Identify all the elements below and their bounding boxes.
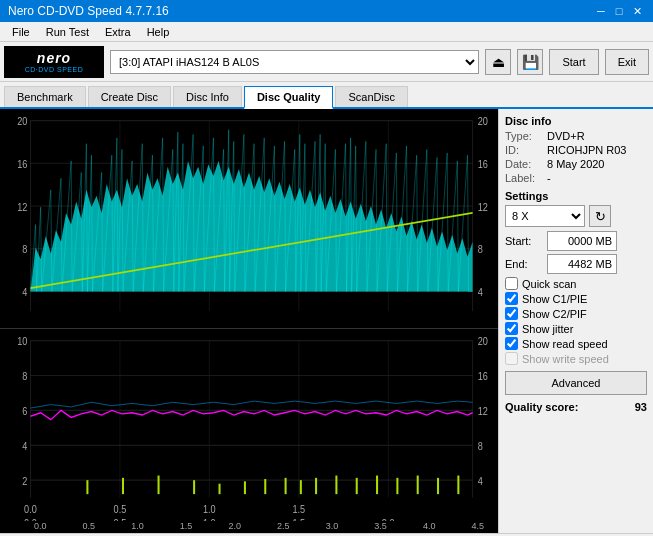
start-button[interactable]: Start	[549, 49, 598, 75]
end-mb-row: End:	[505, 254, 647, 274]
quality-label: Quality score:	[505, 401, 578, 413]
app-logo: nero CD·DVD SPEED	[4, 46, 104, 78]
tab-scandisc[interactable]: ScanDisc	[335, 86, 407, 107]
menu-extra[interactable]: Extra	[97, 24, 139, 40]
exit-button[interactable]: Exit	[605, 49, 649, 75]
type-value: DVD+R	[547, 130, 585, 142]
svg-rect-23	[0, 329, 498, 533]
show-jitter-row: Show jitter	[505, 322, 647, 335]
svg-text:8: 8	[478, 441, 484, 453]
speed-select[interactable]: 8 X	[505, 205, 585, 227]
svg-text:4: 4	[478, 287, 484, 299]
menubar: File Run Test Extra Help	[0, 22, 653, 42]
svg-rect-35	[86, 481, 88, 495]
save-button[interactable]: 💾	[517, 49, 543, 75]
svg-text:2: 2	[22, 476, 27, 488]
show-c1-checkbox[interactable]	[505, 292, 518, 305]
show-read-label: Show read speed	[522, 338, 608, 350]
svg-text:1.0: 1.0	[203, 504, 216, 516]
end-input[interactable]	[547, 254, 617, 274]
x-label-0: 0.0	[34, 521, 47, 531]
svg-rect-47	[376, 476, 378, 495]
show-c2-row: Show C2/PIF	[505, 307, 647, 320]
refresh-button[interactable]: ↻	[589, 205, 611, 227]
svg-rect-51	[457, 476, 459, 495]
svg-text:16: 16	[478, 158, 489, 170]
svg-text:0.5: 0.5	[114, 504, 127, 516]
menu-runtest[interactable]: Run Test	[38, 24, 97, 40]
svg-text:12: 12	[17, 201, 27, 213]
id-value: RICOHJPN R03	[547, 144, 626, 156]
x-label-45: 4.5	[471, 521, 484, 531]
svg-rect-46	[356, 478, 358, 494]
tab-createdisc[interactable]: Create Disc	[88, 86, 171, 107]
svg-text:1.5: 1.5	[292, 504, 305, 516]
titlebar-title: Nero CD-DVD Speed 4.7.7.16	[8, 4, 169, 18]
quick-scan-label: Quick scan	[522, 278, 576, 290]
x-label-1: 1.0	[131, 521, 144, 531]
start-label: Start:	[505, 235, 543, 247]
svg-text:4: 4	[478, 476, 484, 488]
disc-label-value: -	[547, 172, 551, 184]
tab-benchmark[interactable]: Benchmark	[4, 86, 86, 107]
tab-discinfo[interactable]: Disc Info	[173, 86, 242, 107]
end-label: End:	[505, 258, 543, 270]
toolbar: nero CD·DVD SPEED [3:0] ATAPI iHAS124 B …	[0, 42, 653, 82]
chart-top-svg: 20 16 12 8 4 20 16 12 8 4	[0, 109, 498, 328]
advanced-button[interactable]: Advanced	[505, 371, 647, 395]
x-label-35: 3.5	[374, 521, 387, 531]
show-write-row: Show write speed	[505, 352, 647, 365]
x-label-25: 2.5	[277, 521, 290, 531]
svg-rect-40	[244, 482, 246, 495]
svg-text:10: 10	[17, 336, 28, 348]
show-jitter-label: Show jitter	[522, 323, 573, 335]
quality-value: 93	[635, 401, 647, 413]
maximize-button[interactable]: □	[611, 3, 627, 19]
svg-text:12: 12	[478, 201, 488, 213]
disc-label-label: Label:	[505, 172, 543, 184]
svg-text:8: 8	[478, 244, 484, 256]
svg-rect-38	[193, 481, 195, 495]
svg-rect-45	[335, 476, 337, 495]
chart-top: 20 16 12 8 4 20 16 12 8 4	[0, 109, 498, 329]
tabs-bar: Benchmark Create Disc Disc Info Disc Qua…	[0, 82, 653, 109]
titlebar-controls: ─ □ ✕	[593, 3, 645, 19]
svg-rect-44	[315, 478, 317, 494]
speed-row: 8 X ↻	[505, 205, 647, 227]
svg-text:6: 6	[22, 406, 28, 418]
svg-rect-43	[300, 481, 302, 495]
svg-text:8: 8	[22, 244, 28, 256]
start-input[interactable]	[547, 231, 617, 251]
disc-info-title: Disc info	[505, 115, 647, 127]
svg-text:0.0: 0.0	[24, 504, 37, 516]
logo-sub-text: CD·DVD SPEED	[25, 66, 84, 73]
show-jitter-checkbox[interactable]	[505, 322, 518, 335]
x-label-3: 3.0	[326, 521, 339, 531]
show-read-checkbox[interactable]	[505, 337, 518, 350]
chart-bottom-svg: 10 8 6 4 2 20 16 12 8 4 0.0 0.5 1.0 1.5 …	[0, 329, 498, 533]
id-row: ID: RICOHJPN R03	[505, 144, 647, 156]
settings-title: Settings	[505, 190, 647, 202]
svg-rect-41	[264, 479, 266, 494]
svg-text:20: 20	[17, 116, 28, 128]
show-c2-checkbox[interactable]	[505, 307, 518, 320]
x-label-15: 1.5	[180, 521, 193, 531]
main-content: 20 16 12 8 4 20 16 12 8 4	[0, 109, 653, 533]
show-write-checkbox[interactable]	[505, 352, 518, 365]
svg-text:16: 16	[17, 158, 28, 170]
quick-scan-checkbox[interactable]	[505, 277, 518, 290]
menu-file[interactable]: File	[4, 24, 38, 40]
svg-rect-42	[285, 478, 287, 494]
tab-discquality[interactable]: Disc Quality	[244, 86, 334, 109]
disc-info-section: Disc info Type: DVD+R ID: RICOHJPN R03 D…	[505, 115, 647, 184]
eject-button[interactable]: ⏏	[485, 49, 511, 75]
svg-rect-50	[437, 478, 439, 494]
svg-rect-37	[158, 476, 160, 495]
drive-select[interactable]: [3:0] ATAPI iHAS124 B AL0S	[110, 50, 479, 74]
chart-area: 20 16 12 8 4 20 16 12 8 4	[0, 109, 498, 533]
menu-help[interactable]: Help	[139, 24, 178, 40]
label-row: Label: -	[505, 172, 647, 184]
settings-section: Settings 8 X ↻ Start: End: Quick scan	[505, 190, 647, 395]
close-button[interactable]: ✕	[629, 3, 645, 19]
minimize-button[interactable]: ─	[593, 3, 609, 19]
